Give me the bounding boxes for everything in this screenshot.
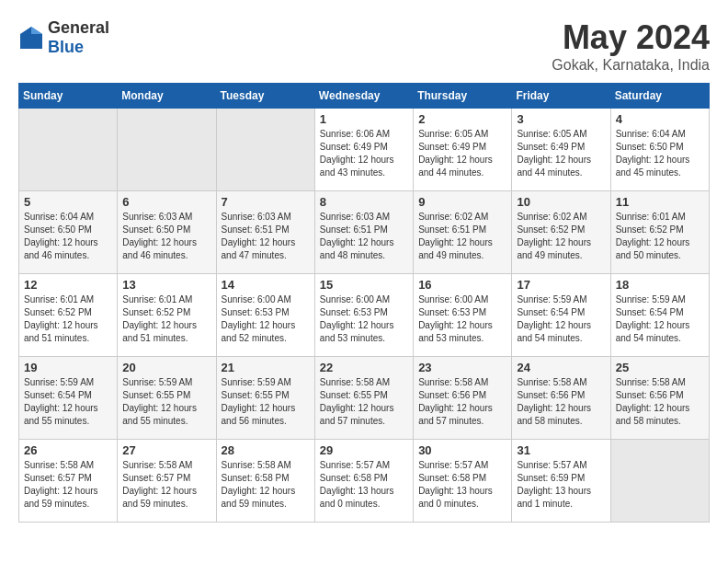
calendar-cell: 5Sunrise: 6:04 AMSunset: 6:50 PMDaylight… [19,191,118,274]
day-number: 30 [418,443,506,457]
day-info: Sunrise: 6:05 AMSunset: 6:49 PMDaylight:… [517,128,605,179]
day-number: 25 [616,361,704,374]
month-title: May 2024 [552,18,710,57]
calendar-cell: 27Sunrise: 5:58 AMSunset: 6:57 PMDayligh… [118,440,216,523]
calendar-cell: 17Sunrise: 5:59 AMSunset: 6:54 PMDayligh… [512,274,610,357]
day-number: 8 [320,195,408,209]
day-info: Sunrise: 5:58 AMSunset: 6:56 PMDaylight:… [517,376,605,428]
day-number: 22 [320,361,408,374]
day-info: Sunrise: 5:59 AMSunset: 6:55 PMDaylight:… [222,376,310,428]
day-info: Sunrise: 5:57 AMSunset: 6:58 PMDaylight:… [418,459,506,511]
calendar-cell: 30Sunrise: 5:57 AMSunset: 6:58 PMDayligh… [414,440,512,523]
svg-marker-1 [31,27,42,34]
weekday-header: Monday [118,84,216,109]
day-number: 21 [222,361,310,374]
day-number: 6 [122,195,210,209]
calendar-cell: 21Sunrise: 5:59 AMSunset: 6:55 PMDayligh… [216,357,314,440]
calendar-cell: 15Sunrise: 6:00 AMSunset: 6:53 PMDayligh… [314,274,413,357]
day-info: Sunrise: 6:06 AMSunset: 6:49 PMDaylight:… [320,128,408,179]
calendar-cell: 3Sunrise: 6:05 AMSunset: 6:49 PMDaylight… [512,109,610,191]
calendar-cell: 1Sunrise: 6:06 AMSunset: 6:49 PMDaylight… [314,109,413,191]
day-info: Sunrise: 5:58 AMSunset: 6:56 PMDaylight:… [616,376,704,428]
day-info: Sunrise: 6:03 AMSunset: 6:51 PMDaylight:… [320,211,408,262]
day-info: Sunrise: 5:57 AMSunset: 6:58 PMDaylight:… [320,459,408,511]
weekday-header: Wednesday [314,84,413,109]
calendar-cell: 9Sunrise: 6:02 AMSunset: 6:51 PMDaylight… [414,191,512,274]
calendar-cell: 10Sunrise: 6:02 AMSunset: 6:52 PMDayligh… [512,191,610,274]
day-number: 1 [320,112,408,126]
calendar-cell: 7Sunrise: 6:03 AMSunset: 6:51 PMDaylight… [216,191,314,274]
calendar-cell: 16Sunrise: 6:00 AMSunset: 6:53 PMDayligh… [414,274,512,357]
day-number: 24 [517,361,605,374]
day-info: Sunrise: 5:57 AMSunset: 6:59 PMDaylight:… [517,459,605,511]
day-number: 4 [616,112,704,126]
day-number: 3 [517,112,605,126]
day-number: 11 [616,195,704,209]
day-info: Sunrise: 5:59 AMSunset: 6:55 PMDaylight:… [122,376,210,428]
calendar-table: SundayMondayTuesdayWednesdayThursdayFrid… [18,83,710,523]
day-number: 5 [24,195,112,209]
weekday-header: Sunday [19,84,118,109]
calendar-cell: 28Sunrise: 5:58 AMSunset: 6:58 PMDayligh… [216,440,314,523]
calendar-cell: 20Sunrise: 5:59 AMSunset: 6:55 PMDayligh… [118,357,216,440]
day-info: Sunrise: 6:03 AMSunset: 6:51 PMDaylight:… [222,211,310,262]
day-number: 27 [122,443,210,457]
day-info: Sunrise: 5:59 AMSunset: 6:54 PMDaylight:… [24,376,112,428]
day-info: Sunrise: 6:04 AMSunset: 6:50 PMDaylight:… [616,128,704,179]
calendar-cell: 4Sunrise: 6:04 AMSunset: 6:50 PMDaylight… [610,109,709,191]
day-info: Sunrise: 5:58 AMSunset: 6:58 PMDaylight:… [222,459,310,511]
day-info: Sunrise: 5:58 AMSunset: 6:57 PMDaylight:… [122,459,210,511]
day-number: 12 [24,278,112,292]
day-number: 10 [517,195,605,209]
logo-blue: Blue [48,38,84,56]
calendar-cell: 26Sunrise: 5:58 AMSunset: 6:57 PMDayligh… [19,440,118,523]
day-info: Sunrise: 6:03 AMSunset: 6:50 PMDaylight:… [122,211,210,262]
day-info: Sunrise: 5:58 AMSunset: 6:56 PMDaylight:… [418,376,506,428]
calendar-cell [216,109,314,191]
day-number: 16 [418,278,506,292]
day-number: 31 [517,443,605,457]
calendar-cell [118,109,216,191]
calendar-cell: 29Sunrise: 5:57 AMSunset: 6:58 PMDayligh… [314,440,413,523]
calendar-cell: 6Sunrise: 6:03 AMSunset: 6:50 PMDaylight… [118,191,216,274]
calendar-cell: 11Sunrise: 6:01 AMSunset: 6:52 PMDayligh… [610,191,709,274]
calendar-cell: 18Sunrise: 5:59 AMSunset: 6:54 PMDayligh… [610,274,709,357]
day-info: Sunrise: 6:01 AMSunset: 6:52 PMDaylight:… [616,211,704,262]
logo: General Blue [18,18,109,57]
title-block: May 2024 Gokak, Karnataka, India [552,18,710,74]
day-number: 2 [418,112,506,126]
weekday-header: Tuesday [216,84,314,109]
day-number: 20 [122,361,210,374]
day-info: Sunrise: 6:02 AMSunset: 6:51 PMDaylight:… [418,211,506,262]
day-info: Sunrise: 5:58 AMSunset: 6:57 PMDaylight:… [24,459,112,511]
day-number: 19 [24,361,112,374]
day-number: 9 [418,195,506,209]
calendar-cell [610,440,709,523]
day-info: Sunrise: 6:00 AMSunset: 6:53 PMDaylight:… [222,293,310,345]
calendar-cell [19,109,118,191]
day-number: 29 [320,443,408,457]
page-header: General Blue May 2024 Gokak, Karnataka, … [18,18,710,74]
calendar-cell: 2Sunrise: 6:05 AMSunset: 6:49 PMDaylight… [414,109,512,191]
calendar-cell: 8Sunrise: 6:03 AMSunset: 6:51 PMDaylight… [314,191,413,274]
calendar-cell: 22Sunrise: 5:58 AMSunset: 6:55 PMDayligh… [314,357,413,440]
day-info: Sunrise: 6:01 AMSunset: 6:52 PMDaylight:… [122,293,210,345]
weekday-header: Thursday [414,84,512,109]
weekday-header: Saturday [610,84,709,109]
calendar-cell: 19Sunrise: 5:59 AMSunset: 6:54 PMDayligh… [19,357,118,440]
day-number: 26 [24,443,112,457]
day-number: 7 [222,195,310,209]
calendar-header: SundayMondayTuesdayWednesdayThursdayFrid… [19,84,710,109]
logo-icon [18,25,44,51]
calendar-cell: 31Sunrise: 5:57 AMSunset: 6:59 PMDayligh… [512,440,610,523]
weekday-header: Friday [512,84,610,109]
calendar-cell: 25Sunrise: 5:58 AMSunset: 6:56 PMDayligh… [610,357,709,440]
day-info: Sunrise: 5:58 AMSunset: 6:55 PMDaylight:… [320,376,408,428]
day-number: 28 [222,443,310,457]
day-info: Sunrise: 6:00 AMSunset: 6:53 PMDaylight:… [320,293,408,345]
day-number: 18 [616,278,704,292]
calendar-cell: 23Sunrise: 5:58 AMSunset: 6:56 PMDayligh… [414,357,512,440]
calendar-cell: 14Sunrise: 6:00 AMSunset: 6:53 PMDayligh… [216,274,314,357]
day-number: 17 [517,278,605,292]
day-info: Sunrise: 6:00 AMSunset: 6:53 PMDaylight:… [418,293,506,345]
